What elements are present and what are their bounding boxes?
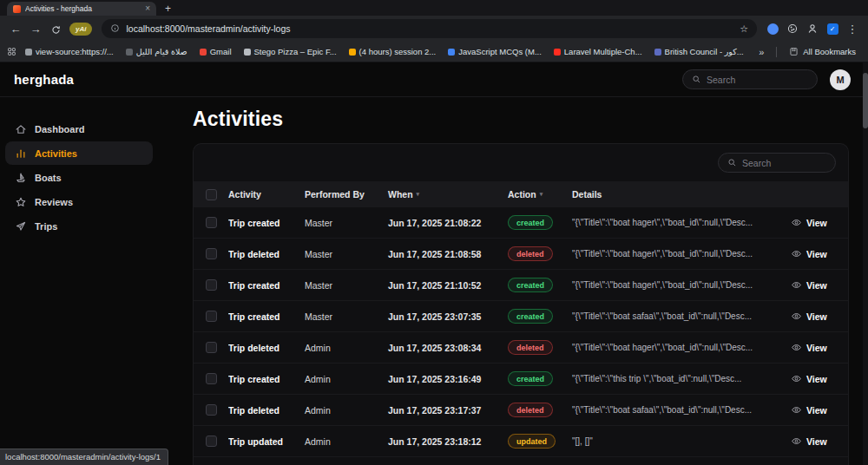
action-badge: created [508, 278, 553, 292]
bookmark-favicon-icon [349, 49, 356, 56]
select-all-checkbox[interactable] [206, 189, 217, 200]
view-button[interactable]: View [791, 436, 848, 447]
details-cell: "{\"Title\":\"boat hager\",\"boat_id\":n… [572, 343, 791, 352]
new-tab-button[interactable]: + [165, 2, 171, 16]
profile-icon[interactable] [803, 23, 822, 35]
address-bar[interactable]: localhost:8000/masteradmin/activity-logs… [102, 19, 757, 38]
back-icon[interactable]: ← [6, 23, 25, 36]
view-button[interactable]: View [791, 404, 848, 416]
bookmark-item[interactable]: view-source:https://... [20, 45, 119, 58]
column-header-action[interactable]: Action ▾ [508, 189, 572, 200]
view-button[interactable]: View [791, 373, 848, 384]
action-badge: created [508, 309, 553, 324]
row-checkbox[interactable] [206, 342, 217, 353]
activity-cell: Trip created [228, 280, 305, 291]
search-icon [692, 75, 701, 84]
column-header-when[interactable]: When ▾ [388, 189, 508, 200]
all-bookmarks-icon [789, 47, 799, 56]
forward-icon[interactable]: → [26, 23, 45, 36]
row-checkbox[interactable] [206, 279, 217, 291]
bookmark-favicon-icon [654, 49, 661, 56]
when-cell: Jun 17, 2025 21:08:58 [388, 249, 508, 259]
bookmark-item[interactable]: Laravel Multiple-Ch... [549, 45, 648, 58]
when-cell: Jun 17, 2025 23:07:35 [388, 311, 508, 322]
view-label: View [806, 249, 827, 259]
action-badge: created [508, 215, 553, 230]
details-cell: "{\"Title\":\"boat safaa\",\"boat_id\":n… [572, 405, 791, 415]
bookmark-item[interactable]: (4 hours) session 2... [344, 45, 442, 58]
when-cell: Jun 17, 2025 23:17:37 [388, 405, 508, 416]
bookmark-favicon-icon [244, 49, 251, 56]
sidebar-item-label: Dashboard [35, 124, 84, 134]
search-icon [727, 158, 737, 167]
scrollbar-thumb[interactable] [863, 73, 868, 128]
menu-icon[interactable]: ⋮ [843, 23, 862, 36]
when-cell: Jun 17, 2025 21:10:52 [388, 280, 508, 291]
bookmark-favicon-icon [448, 49, 455, 56]
tab-title: Activities - herghada [25, 4, 141, 13]
user-avatar[interactable]: M [830, 69, 851, 90]
brand-logo[interactable]: herghada [14, 72, 74, 87]
apps-grid-icon[interactable] [7, 44, 16, 60]
cookie-extension-icon[interactable] [783, 23, 802, 35]
bookmark-item[interactable]: JavaScript MCQs (M... [443, 45, 547, 58]
view-button[interactable]: View [791, 311, 848, 322]
action-badge: deleted [508, 340, 553, 355]
reload-icon[interactable] [46, 22, 65, 35]
bookmark-item[interactable]: British Council - كور... [649, 45, 749, 58]
site-info-icon[interactable] [110, 21, 120, 36]
row-checkbox[interactable] [206, 373, 217, 384]
browser-tab-strip: Activities - herghada × + [0, 0, 868, 16]
bookmark-item[interactable]: صلاة قيام الليل [121, 45, 193, 58]
view-button[interactable]: View [791, 342, 848, 353]
sidebar-item-reviews[interactable]: Reviews [5, 190, 153, 213]
extension-pill[interactable]: yAi [69, 23, 92, 36]
performed-by-cell: Admin [305, 343, 388, 353]
page-scrollbar[interactable] [863, 62, 868, 465]
header-search-placeholder: Search [707, 75, 735, 85]
bookmark-item[interactable]: Stego Pizza – Epic F... [239, 45, 342, 58]
action-badge: deleted [508, 246, 553, 261]
row-checkbox[interactable] [206, 436, 217, 447]
action-badge: deleted [508, 403, 553, 417]
sidebar-item-dashboard[interactable]: Dashboard [5, 117, 153, 141]
sidebar-item-boats[interactable]: Boats [5, 166, 153, 189]
when-cell: Jun 17, 2025 23:16:49 [388, 374, 508, 384]
performed-by-cell: Master [305, 218, 388, 228]
row-checkbox[interactable] [206, 248, 217, 259]
row-checkbox[interactable] [206, 404, 217, 416]
bookmark-label: Laravel Multiple-Ch... [564, 47, 642, 56]
home-icon [15, 123, 27, 135]
performed-by-cell: Master [305, 280, 388, 291]
view-button[interactable]: View [791, 279, 848, 291]
performed-by-cell: Master [305, 311, 388, 322]
bookmark-item[interactable]: Gmail [194, 45, 237, 58]
performed-by-cell: Admin [305, 436, 388, 447]
table-search-input[interactable]: Search [718, 153, 836, 173]
sidebar-item-trips[interactable]: Trips [5, 214, 153, 238]
sort-caret-icon: ▾ [540, 191, 543, 198]
sidebar-item-activities[interactable]: Activities [5, 141, 153, 165]
table-row: Trip updated Admin Jun 17, 2025 23:18:12… [194, 426, 848, 457]
tab-close-icon[interactable]: × [145, 4, 150, 13]
view-label: View [806, 311, 827, 322]
row-checkbox[interactable] [206, 217, 217, 228]
row-checkbox[interactable] [206, 311, 217, 322]
bookmarks-overflow-icon[interactable]: » [753, 47, 769, 57]
page-title: Activities [193, 108, 849, 131]
view-label: View [806, 436, 827, 447]
view-button[interactable]: View [791, 217, 848, 228]
boat-icon [15, 172, 27, 184]
performed-by-cell: Admin [305, 405, 388, 416]
view-button[interactable]: View [791, 248, 848, 259]
bookmark-star-icon[interactable]: ☆ [740, 23, 748, 35]
url-text: localhost:8000/masteradmin/activity-logs [126, 23, 733, 34]
bookmark-label: صلاة قيام الليل [136, 47, 187, 56]
eye-icon [791, 404, 802, 416]
extension-badge-icon[interactable] [767, 23, 779, 35]
browser-tab[interactable]: Activities - herghada × [7, 2, 156, 16]
bookmarks-list: view-source:https://... صلاة قيام الليل … [20, 45, 750, 58]
view-label: View [806, 405, 827, 416]
all-bookmarks-button[interactable]: All Bookmarks [784, 47, 861, 56]
header-search-input[interactable]: Search [682, 69, 818, 89]
